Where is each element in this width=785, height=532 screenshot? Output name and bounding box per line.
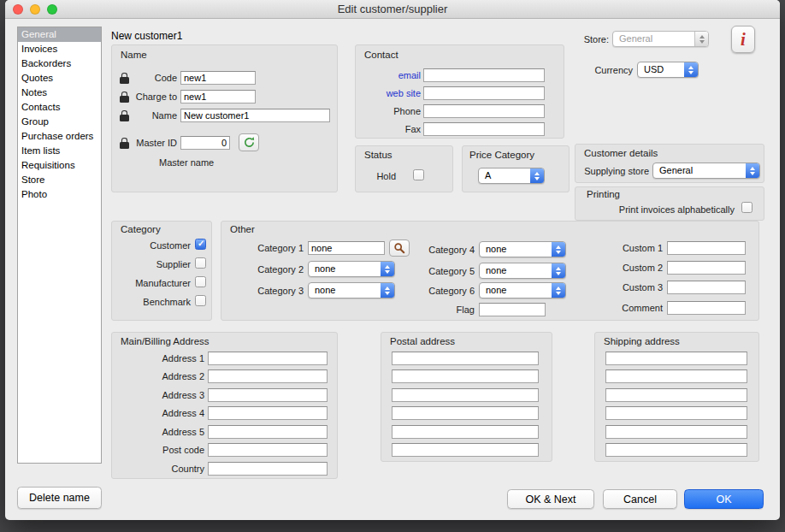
manufacturer-checkbox[interactable] bbox=[195, 276, 206, 287]
info-button[interactable]: i bbox=[731, 26, 755, 53]
supplier-checkbox[interactable] bbox=[195, 257, 206, 269]
category2-label: Category 2 bbox=[233, 264, 304, 275]
price-category-title: Price Category bbox=[469, 150, 534, 160]
custom2-input[interactable] bbox=[667, 261, 746, 275]
name-group-title: Name bbox=[121, 50, 147, 60]
flag-input[interactable] bbox=[479, 303, 546, 316]
shipping-line2-input[interactable] bbox=[605, 369, 747, 383]
billing-post-code-input[interactable] bbox=[208, 443, 328, 457]
master-id-input[interactable] bbox=[180, 136, 230, 150]
contact-group: Contact email web site Phone Fax bbox=[355, 44, 564, 139]
website-input[interactable] bbox=[423, 86, 545, 100]
magnifier-icon bbox=[393, 242, 405, 254]
stepper-arrows-icon bbox=[684, 62, 698, 77]
master-id-label: Master ID bbox=[126, 138, 177, 149]
cancel-button[interactable]: Cancel bbox=[603, 489, 677, 509]
shipping-line4-input[interactable] bbox=[605, 406, 747, 420]
edit-customer-supplier-window: Edit customer/supplier General Invoices … bbox=[5, 0, 780, 520]
postal-line1-input[interactable] bbox=[392, 352, 539, 365]
sidebar-item-notes[interactable]: Notes bbox=[18, 86, 101, 100]
category4-select[interactable]: none bbox=[479, 241, 566, 257]
sidebar-item-requisitions[interactable]: Requisitions bbox=[18, 158, 101, 173]
sidebar-item-photo[interactable]: Photo bbox=[18, 187, 101, 202]
status-group-title: Status bbox=[364, 150, 392, 160]
supplying-store-label: Supplying store bbox=[577, 166, 649, 177]
postal-line2-input[interactable] bbox=[392, 369, 539, 383]
shipping-line5-input[interactable] bbox=[605, 425, 747, 439]
benchmark-label: Benchmark bbox=[115, 297, 191, 308]
close-button[interactable] bbox=[13, 4, 23, 15]
code-input[interactable] bbox=[180, 71, 256, 85]
comment-label: Comment bbox=[594, 303, 663, 314]
category-group: Category Customer Supplier Manufacturer … bbox=[111, 221, 212, 321]
customer-details-title: Customer details bbox=[584, 148, 658, 158]
category3-select[interactable]: none bbox=[308, 282, 395, 299]
store-label: Store: bbox=[540, 34, 609, 45]
refresh-master-id-button[interactable] bbox=[239, 133, 259, 151]
shipping-line6-input[interactable] bbox=[605, 443, 747, 457]
name-label: Name bbox=[126, 110, 177, 121]
sidebar-item-store[interactable]: Store bbox=[18, 173, 101, 187]
ok-button[interactable]: OK bbox=[684, 489, 764, 509]
category1-label: Category 1 bbox=[233, 243, 304, 254]
sidebar: General Invoices Backorders Quotes Notes… bbox=[17, 27, 102, 464]
billing-address-title: Main/Billing Address bbox=[121, 336, 210, 346]
phone-input[interactable] bbox=[423, 104, 545, 118]
postal-line5-input[interactable] bbox=[392, 425, 539, 439]
other-group-title: Other bbox=[230, 224, 255, 234]
sidebar-item-group[interactable]: Group bbox=[18, 115, 101, 129]
billing-country-input[interactable] bbox=[208, 462, 328, 476]
benchmark-checkbox[interactable] bbox=[195, 295, 206, 306]
fax-input[interactable] bbox=[423, 122, 545, 136]
delete-name-button[interactable]: Delete name bbox=[17, 487, 102, 509]
charge-to-input[interactable] bbox=[180, 90, 256, 103]
category6-select[interactable]: none bbox=[479, 282, 566, 299]
post-code-label: Post code bbox=[129, 445, 204, 456]
custom3-input[interactable] bbox=[667, 281, 746, 294]
sidebar-item-contacts[interactable]: Contacts bbox=[18, 100, 101, 115]
shipping-line1-input[interactable] bbox=[605, 352, 747, 365]
price-category-group: Price Category A bbox=[462, 145, 570, 192]
supplying-store-select[interactable]: General bbox=[652, 163, 760, 179]
postal-line6-input[interactable] bbox=[392, 443, 539, 457]
address5-label: Address 5 bbox=[129, 427, 204, 438]
email-input[interactable] bbox=[423, 68, 545, 82]
category2-select[interactable]: none bbox=[308, 261, 395, 277]
category1-input[interactable] bbox=[308, 241, 385, 255]
billing-address5-input[interactable] bbox=[208, 425, 328, 439]
customer-details-group: Customer details Supplying store General bbox=[575, 144, 764, 183]
hold-checkbox[interactable] bbox=[413, 169, 424, 180]
minimize-button[interactable] bbox=[30, 4, 40, 15]
currency-select[interactable]: USD bbox=[637, 62, 699, 78]
sidebar-item-purchase-orders[interactable]: Purchase orders bbox=[18, 129, 101, 144]
customer-label: Customer bbox=[115, 240, 191, 251]
billing-address1-input[interactable] bbox=[208, 352, 328, 365]
sidebar-item-general[interactable]: General bbox=[18, 27, 101, 42]
custom1-input[interactable] bbox=[667, 241, 746, 255]
postal-address-title: Postal address bbox=[390, 336, 455, 346]
zoom-button[interactable] bbox=[47, 4, 57, 15]
postal-line3-input[interactable] bbox=[392, 388, 539, 402]
code-label: Code bbox=[126, 73, 177, 84]
postal-address-group: Postal address bbox=[381, 332, 552, 462]
postal-line4-input[interactable] bbox=[392, 406, 539, 420]
print-alphabetical-checkbox[interactable] bbox=[741, 202, 753, 213]
supplier-label: Supplier bbox=[115, 259, 191, 270]
shipping-line3-input[interactable] bbox=[605, 388, 747, 402]
shipping-address-title: Shipping address bbox=[604, 336, 680, 346]
name-input[interactable] bbox=[180, 109, 330, 122]
price-category-select[interactable]: A bbox=[478, 168, 545, 184]
customer-checkbox[interactable] bbox=[195, 239, 206, 250]
category5-select[interactable]: none bbox=[479, 263, 566, 279]
comment-input[interactable] bbox=[667, 301, 746, 315]
billing-address4-input[interactable] bbox=[208, 406, 328, 420]
stepper-arrows-icon bbox=[746, 163, 759, 178]
ok-next-button[interactable]: OK & Next bbox=[507, 489, 594, 509]
sidebar-item-backorders[interactable]: Backorders bbox=[18, 56, 101, 71]
printing-group: Printing Print invoices alphabetically bbox=[575, 186, 764, 221]
sidebar-item-item-lists[interactable]: Item lists bbox=[18, 144, 101, 158]
sidebar-item-quotes[interactable]: Quotes bbox=[18, 71, 101, 86]
billing-address3-input[interactable] bbox=[208, 388, 328, 402]
billing-address2-input[interactable] bbox=[208, 369, 328, 383]
sidebar-item-invoices[interactable]: Invoices bbox=[18, 42, 101, 56]
